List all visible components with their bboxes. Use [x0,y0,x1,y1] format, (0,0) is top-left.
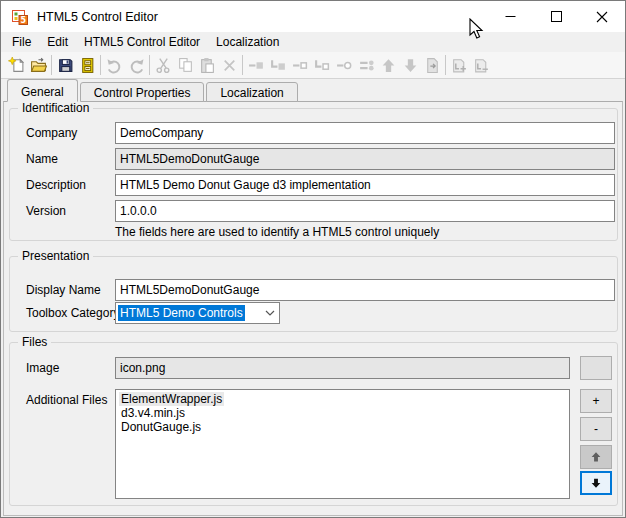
tab-general[interactable]: General [7,79,78,102]
attach-corner-solid-button [267,54,289,76]
move-up-icon [380,57,397,74]
browse-image-button[interactable] [580,356,612,380]
save-archive-button[interactable] [76,54,98,76]
new-control-button[interactable] [5,54,27,76]
add-localization-file-icon [451,57,468,74]
toolbar-separator [445,55,446,75]
general-tab-page: Identification The fields here are used … [3,101,623,516]
app-icon: 5 [12,9,28,25]
save-archive-icon [79,57,96,74]
menu-edit[interactable]: Edit [39,33,76,51]
paste-icon [199,57,216,74]
tab-localization[interactable]: Localization [206,82,297,102]
delete-button [218,54,240,76]
copy-button [174,54,196,76]
toolbar-separator [149,55,150,75]
toolbox-category-selected-value: HTML5 Demo Controls [118,305,245,321]
chevron-down-icon[interactable] [261,310,279,316]
attach-corner-solid-icon [270,57,287,74]
toolbar-separator [242,55,243,75]
title-bar: 5 HTML5 Control Editor [1,1,625,32]
maximize-button[interactable] [533,1,579,32]
redo-button [125,54,147,76]
move-file-down-button[interactable] [580,471,612,495]
list-item-text: d3.v4.min.js [119,406,187,420]
minimize-button[interactable] [487,1,533,32]
identification-description-label: Description [26,178,86,192]
attach-line-solid-button [245,54,267,76]
display-name-label: Display Name [26,283,101,297]
bind-list-icon [358,57,375,74]
list-item-elementwrapper-js[interactable]: ElementWrapper.js [119,392,569,406]
arrow-up-icon [589,450,603,464]
display-name-field[interactable]: HTML5DemoDonutGauge [115,279,615,301]
presentation-group-label: Presentation [18,249,93,263]
identification-name-field: HTML5DemoDonutGauge [115,148,615,170]
cut-icon [155,57,172,74]
attach-circle-button [333,54,355,76]
image-field: icon.png [115,357,570,379]
export-document-icon [424,57,441,74]
arrow-down-icon [589,476,603,490]
add-localization-file-button [448,54,470,76]
move-up-button [377,54,399,76]
toolbar [1,52,625,79]
image-label: Image [26,361,59,375]
close-button[interactable] [579,1,625,32]
caption-buttons [487,1,625,32]
add-file-button[interactable]: + [580,389,612,413]
tab-strip: GeneralControl PropertiesLocalization [1,79,625,101]
maximize-icon [551,11,562,22]
open-control-button[interactable] [27,54,49,76]
html5-control-editor-window: 5 HTML5 Control Editor FileEditHTML5 Con… [0,0,626,518]
save-button[interactable] [54,54,76,76]
delete-icon [221,57,238,74]
attach-line-solid-icon [248,57,265,74]
remove-file-button[interactable]: - [580,417,612,441]
save-icon [57,57,74,74]
tab-control-properties[interactable]: Control Properties [80,82,205,102]
toolbox-category-combobox[interactable]: HTML5 Demo Controls [115,302,280,324]
list-item-text: ElementWrapper.js [119,392,224,406]
menu-file[interactable]: File [4,33,39,51]
toolbox-category-label: Toolbox Category [26,306,119,320]
minimize-icon [505,11,516,22]
identification-version-field[interactable]: 1.0.0.0 [115,200,615,222]
menu-localization[interactable]: Localization [208,33,287,51]
attach-line-hollow-icon [292,57,309,74]
new-control-icon [8,57,25,74]
menu-bar: FileEditHTML5 Control EditorLocalization [1,32,625,52]
window-title: HTML5 Control Editor [37,10,158,24]
remove-localization-file-icon [473,57,490,74]
move-file-up-button[interactable] [580,445,612,469]
attach-corner-hollow-icon [314,57,331,74]
menu-html5-control-editor[interactable]: HTML5 Control Editor [76,33,208,51]
toolbar-separator [51,55,52,75]
presentation-group: Presentation Display Name HTML5DemoDonut… [9,256,618,332]
attach-line-hollow-button [289,54,311,76]
identification-name-label: Name [26,152,58,166]
additional-files-listbox[interactable]: ElementWrapper.jsd3.v4.min.jsDonutGauge.… [115,389,570,499]
toolbar-separator [100,55,101,75]
identification-group: Identification The fields here are used … [9,108,618,241]
close-icon [596,11,608,23]
attach-corner-hollow-button [311,54,333,76]
export-document-button [421,54,443,76]
identification-company-label: Company [26,126,77,140]
redo-icon [128,57,145,74]
identification-version-label: Version [26,204,66,218]
list-item-d3-v4-min-js[interactable]: d3.v4.min.js [119,406,569,420]
copy-icon [177,57,194,74]
move-down-button [399,54,421,76]
open-control-icon [30,57,47,74]
additional-files-label: Additional Files [26,393,107,407]
remove-localization-file-button [470,54,492,76]
list-item-text: DonutGauge.js [119,420,203,434]
attach-circle-icon [336,57,353,74]
files-group-label: Files [18,335,51,349]
identification-description-field[interactable]: HTML5 Demo Donut Gauge d3 implementation [115,174,615,196]
identification-hint: The fields here are used to identify a H… [115,225,439,239]
identification-company-field[interactable]: DemoCompany [115,122,615,144]
files-group: Files Image icon.png Additional Files El… [9,342,618,506]
list-item-donutgauge-js[interactable]: DonutGauge.js [119,420,569,434]
